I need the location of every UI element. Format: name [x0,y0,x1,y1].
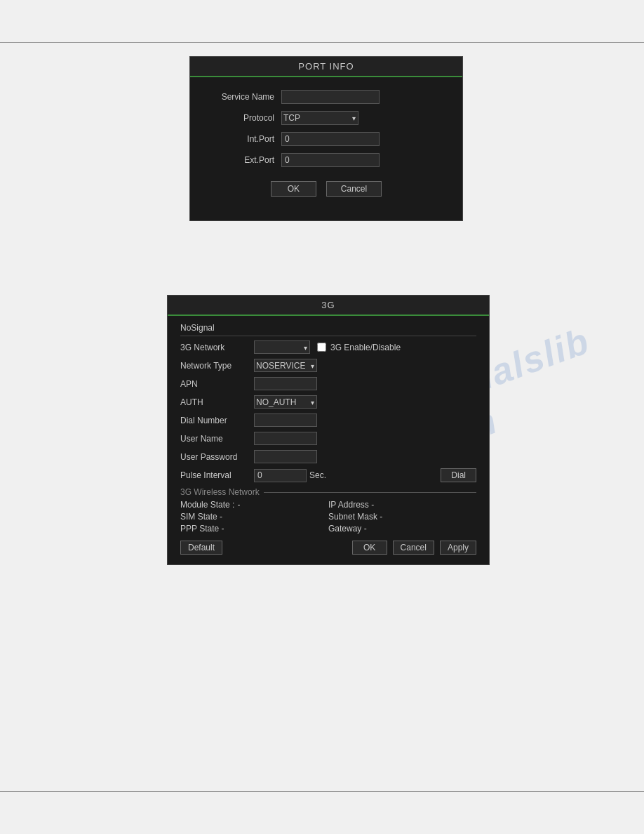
auth-select[interactable]: NO_AUTH PAP CHAP [254,395,317,409]
user-password-row: User Password [180,450,476,463]
apn-row: APN [180,377,476,390]
apn-label: APN [180,379,254,389]
ext-port-label: Ext.Port [211,155,274,165]
3g-enable-checkbox[interactable] [317,343,326,352]
dial-number-label: Dial Number [180,416,254,425]
port-info-body: Service Name Protocol TCP UDP Int.Port E… [190,77,462,220]
ext-port-row: Ext.Port [211,153,441,167]
module-state-col: Module State : - [180,500,328,510]
protocol-label: Protocol [211,113,274,123]
port-info-dialog: PORT INFO Service Name Protocol TCP UDP … [189,56,463,221]
threeG-dialog: 3G NoSignal 3G Network 3G Enable/Disable… [167,295,490,565]
threeG-title: 3G [168,296,489,316]
sim-state-text: SIM State - [180,512,222,522]
network-type-row: Network Type NOSERVICE AUTO WCDMA GPRS [180,359,476,372]
network-type-label: Network Type [180,361,254,371]
3g-network-label: 3G Network [180,343,254,352]
gateway-text: Gateway - [328,524,367,534]
3g-enable-label: 3G Enable/Disable [330,343,401,352]
auth-label: AUTH [180,397,254,407]
status-row-3: PPP State - Gateway - [180,524,476,534]
sim-state-col: SIM State - [180,512,328,522]
user-password-input[interactable] [254,450,317,463]
dial-button[interactable]: Dial [441,468,476,482]
int-port-label: Int.Port [211,134,274,144]
3g-network-select[interactable] [254,340,310,354]
pulse-interval-row: Pulse Interval Sec. Dial [180,468,476,482]
subnet-mask-text: Subnet Mask - [328,512,382,522]
dial-number-row: Dial Number [180,413,476,427]
int-port-input[interactable] [281,132,380,146]
auth-select-wrapper: NO_AUTH PAP CHAP [254,395,317,409]
ext-port-input[interactable] [281,153,380,167]
ppp-state-text: PPP State - [180,524,224,534]
gateway-col: Gateway - [328,524,476,534]
dial-number-input[interactable] [254,413,317,427]
bottom-rule [0,791,644,792]
network-type-select-wrapper: NOSERVICE AUTO WCDMA GPRS [254,359,317,372]
threeG-ok-button[interactable]: OK [352,541,387,555]
user-name-input[interactable] [254,432,317,445]
3g-network-select-wrapper [254,340,310,354]
threeG-bottom-buttons: Default OK Cancel Apply [180,541,476,555]
protocol-select[interactable]: TCP UDP [281,111,358,125]
port-info-cancel-button[interactable]: Cancel [326,181,382,197]
protocol-select-wrapper: TCP UDP [281,111,358,125]
pulse-interval-input[interactable] [254,469,307,482]
user-name-label: User Name [180,434,254,444]
protocol-row: Protocol TCP UDP [211,111,441,125]
apn-input[interactable] [254,377,317,390]
sec-label: Sec. [309,470,326,480]
ip-address-col: IP Address - [328,500,476,510]
default-button[interactable]: Default [180,541,222,555]
module-state-text: Module State : [180,500,234,510]
port-info-buttons: OK Cancel [211,174,441,208]
ppp-state-col: PPP State - [180,524,328,534]
user-password-label: User Password [180,452,254,462]
port-info-title: PORT INFO [190,57,462,77]
nosignal-row: NoSignal [180,323,476,336]
wireless-network-label: 3G Wireless Network [180,487,476,497]
threeG-cancel-button[interactable]: Cancel [393,541,434,555]
status-row-2: SIM State - Subnet Mask - [180,512,476,522]
service-name-input[interactable] [281,90,380,104]
ip-address-text: IP Address - [328,500,374,510]
3g-network-row: 3G Network 3G Enable/Disable [180,340,476,354]
int-port-row: Int.Port [211,132,441,146]
subnet-mask-col: Subnet Mask - [328,512,476,522]
nosignal-text: NoSignal [180,323,215,333]
service-name-label: Service Name [211,92,274,102]
service-name-row: Service Name [211,90,441,104]
module-state-val: - [237,500,240,510]
port-info-ok-button[interactable]: OK [271,181,316,197]
auth-row: AUTH NO_AUTH PAP CHAP [180,395,476,409]
pulse-interval-label: Pulse Interval [180,470,254,480]
threeG-body: NoSignal 3G Network 3G Enable/Disable Ne… [168,316,489,564]
user-name-row: User Name [180,432,476,445]
threeG-apply-button[interactable]: Apply [440,541,476,555]
status-row-1: Module State : - IP Address - [180,500,476,510]
top-rule [0,42,644,43]
network-type-select[interactable]: NOSERVICE AUTO WCDMA GPRS [254,359,317,372]
